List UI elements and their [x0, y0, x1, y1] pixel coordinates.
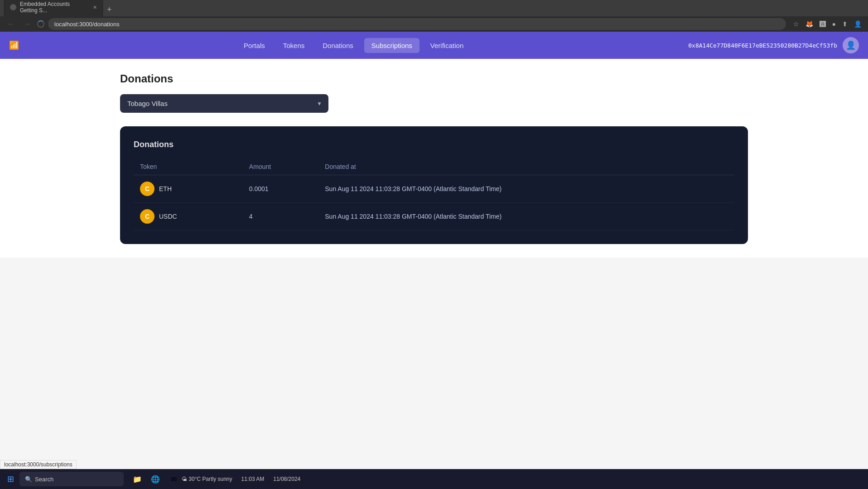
forward-button[interactable]: → — [21, 19, 34, 29]
share-icon[interactable]: ⬆ — [840, 19, 849, 29]
browser-extensions: ☆ 🦊 🅰 ● ⬆ 👤 — [791, 19, 863, 29]
nav-bar: ← → ☆ 🦊 🅰 ● ⬆ 👤 — [0, 16, 868, 32]
tab-favicon — [10, 4, 16, 10]
donated-at-cell-1: Sun Aug 11 2024 11:03:28 GMT-0400 (Atlan… — [318, 203, 734, 230]
taskbar: ⊞ 🔍 Search 📁 🌐 ✉ 🌤 30°C Partly sunny 11:… — [0, 469, 868, 489]
taskbar-app-files[interactable]: 📁 — [129, 471, 145, 487]
page-bg: Donations Tobago Villas ▼ Donations Toke… — [0, 59, 868, 473]
project-dropdown[interactable]: Tobago Villas — [120, 94, 328, 113]
col-token: Token — [134, 158, 243, 175]
taskbar-right: 🌤 30°C Partly sunny 11:03 AM 11/08/2024 — [182, 476, 300, 482]
nav-donations[interactable]: Donations — [315, 38, 361, 53]
extension-icon-3[interactable]: ● — [830, 19, 838, 29]
project-dropdown-wrapper: Tobago Villas ▼ — [120, 94, 328, 113]
top-nav: 📶 Portals Tokens Donations Subscriptions… — [0, 32, 868, 59]
table-row: C USDC 4 Sun Aug 11 2024 11:03:28 GMT-04… — [134, 203, 734, 230]
taskbar-search-label: Search — [35, 476, 53, 483]
donations-table: Token Amount Donated at C ETH 0.0001 Sun… — [134, 158, 734, 230]
token-cell-1: C USDC — [134, 203, 243, 230]
main-content: Donations Tobago Villas ▼ Donations Toke… — [0, 59, 868, 258]
browser-chrome: Embedded Accounts Getting S... ✕ + ← → ☆… — [0, 0, 868, 32]
search-icon: 🔍 — [25, 476, 32, 483]
nav-portals[interactable]: Portals — [236, 38, 272, 53]
taskbar-app-browser[interactable]: 🌐 — [147, 471, 164, 487]
bookmark-icon[interactable]: ☆ — [791, 19, 801, 29]
col-donated-at: Donated at — [318, 158, 734, 175]
tab-bar: Embedded Accounts Getting S... ✕ + — [0, 0, 868, 16]
taskbar-left: ⊞ 🔍 Search 📁 🌐 ✉ — [4, 471, 182, 487]
windows-icon: ⊞ — [7, 474, 14, 484]
start-button[interactable]: ⊞ — [4, 472, 18, 486]
wifi-icon: 📶 — [9, 40, 19, 50]
token-name-1: USDC — [159, 213, 177, 220]
token-icon-0: C — [140, 182, 154, 196]
profile-icon[interactable]: 👤 — [852, 19, 863, 29]
donated-at-cell-0: Sun Aug 11 2024 11:03:28 GMT-0400 (Atlan… — [318, 175, 734, 203]
amount-cell-0: 0.0001 — [243, 175, 318, 203]
taskbar-app-mail[interactable]: ✉ — [165, 471, 182, 487]
active-tab[interactable]: Embedded Accounts Getting S... ✕ — [4, 0, 103, 16]
token-name-0: ETH — [159, 185, 172, 192]
loading-indicator — [37, 20, 44, 28]
address-bar[interactable] — [48, 18, 786, 30]
nav-subscriptions[interactable]: Subscriptions — [364, 38, 420, 53]
extension-icon-2[interactable]: 🅰 — [818, 19, 828, 29]
nav-verification[interactable]: Verification — [423, 38, 471, 53]
taskbar-apps: 📁 🌐 ✉ — [129, 471, 182, 487]
table-header-row: Token Amount Donated at — [134, 158, 734, 175]
donations-section-title: Donations — [134, 140, 734, 149]
weather-desc: Partly sunny — [203, 476, 232, 482]
new-tab-button[interactable]: + — [103, 5, 116, 14]
donations-section: Donations Token Amount Donated at C ETH — [120, 126, 748, 244]
weather-icon: 🌤 — [182, 476, 187, 482]
token-cell-0: C ETH — [134, 175, 243, 203]
date-display: 11/08/2024 — [273, 476, 300, 482]
tab-close-button[interactable]: ✕ — [93, 5, 97, 10]
page-wrapper: 📶 Portals Tokens Donations Subscriptions… — [0, 32, 868, 473]
taskbar-search[interactable]: 🔍 Search — [19, 472, 124, 486]
page-title: Donations — [120, 72, 748, 85]
col-amount: Amount — [243, 158, 318, 175]
back-button[interactable]: ← — [5, 19, 17, 29]
extension-icon-1[interactable]: 🦊 — [804, 19, 815, 29]
hover-url: localhost:3000/subscriptions — [0, 460, 77, 469]
weather-info: 🌤 30°C Partly sunny — [182, 476, 232, 482]
avatar[interactable]: 👤 — [843, 37, 859, 53]
wallet-address: 0x8A14Ce77D840F6E17eBE52350280B27D4eCf53… — [688, 42, 837, 49]
nav-links: Portals Tokens Donations Subscriptions V… — [236, 38, 471, 53]
time-display: 11:03 AM — [241, 476, 265, 482]
tab-title: Embedded Accounts Getting S... — [20, 1, 87, 14]
table-row: C ETH 0.0001 Sun Aug 11 2024 11:03:28 GM… — [134, 175, 734, 203]
token-icon-1: C — [140, 209, 154, 224]
nav-tokens[interactable]: Tokens — [276, 38, 312, 53]
weather-temp: 30°C — [188, 476, 201, 482]
amount-cell-1: 4 — [243, 203, 318, 230]
